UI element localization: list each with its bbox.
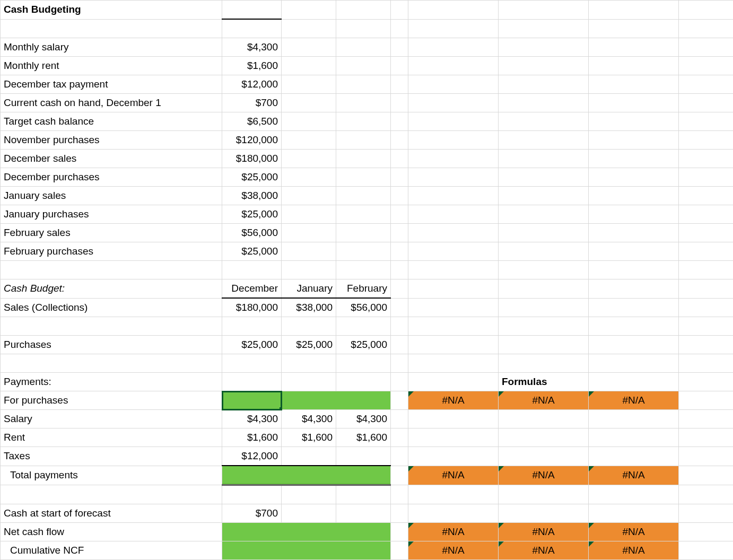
cell[interactable] [336, 485, 391, 504]
cell[interactable] [282, 317, 336, 336]
cell[interactable] [408, 38, 499, 57]
label-rent[interactable]: Rent [1, 428, 222, 447]
label-purchases[interactable]: Purchases [1, 336, 222, 354]
cell[interactable] [222, 1, 282, 20]
label-dec-sales[interactable]: December sales [1, 150, 222, 168]
cell[interactable] [679, 354, 734, 373]
cell[interactable] [499, 94, 589, 112]
cncf-feb[interactable] [336, 541, 391, 560]
value-jan-purchases[interactable]: $25,000 [222, 205, 282, 224]
cell[interactable] [391, 261, 408, 279]
cell[interactable] [589, 261, 679, 279]
cell[interactable] [679, 224, 734, 242]
cell[interactable] [282, 261, 336, 279]
cell[interactable] [282, 19, 336, 38]
cell[interactable] [589, 504, 679, 523]
cell[interactable] [679, 298, 734, 317]
month-dec[interactable]: December [222, 279, 282, 299]
cell[interactable] [408, 410, 499, 428]
cell[interactable] [589, 168, 679, 187]
cell[interactable] [679, 279, 734, 299]
formula-total-payments-2[interactable]: #N/A [499, 466, 589, 485]
formula-ncf-1[interactable]: #N/A [408, 523, 499, 541]
cell[interactable] [408, 485, 499, 504]
grid[interactable]: Cash Budgeting Monthly salary $4,300 Mon… [0, 0, 733, 560]
value-dec-sales[interactable]: $180,000 [222, 150, 282, 168]
cell[interactable] [679, 242, 734, 261]
cncf-jan[interactable] [282, 541, 336, 560]
cell[interactable] [679, 373, 734, 391]
purch-feb[interactable]: $25,000 [336, 336, 391, 354]
sales-dec[interactable]: $180,000 [222, 298, 282, 317]
cell[interactable] [589, 94, 679, 112]
cell[interactable] [336, 75, 391, 94]
value-monthly-salary[interactable]: $4,300 [222, 38, 282, 57]
cell[interactable] [589, 224, 679, 242]
label-december-tax[interactable]: December tax payment [1, 75, 222, 94]
cell[interactable] [391, 75, 408, 94]
label-feb-sales[interactable]: February sales [1, 224, 222, 242]
cell[interactable] [499, 261, 589, 279]
cell[interactable] [391, 428, 408, 447]
cell[interactable] [679, 150, 734, 168]
rent-jan[interactable]: $1,600 [282, 428, 336, 447]
payments-heading[interactable]: Payments: [1, 373, 222, 391]
cell[interactable] [408, 131, 499, 150]
cell[interactable] [336, 261, 391, 279]
cell[interactable] [499, 317, 589, 336]
cell[interactable] [336, 94, 391, 112]
cell[interactable] [408, 187, 499, 205]
sales-feb[interactable]: $56,000 [336, 298, 391, 317]
cell[interactable] [391, 336, 408, 354]
cell[interactable] [408, 447, 499, 466]
total-payments-feb[interactable] [336, 466, 391, 485]
cell[interactable] [282, 242, 336, 261]
cell[interactable] [336, 168, 391, 187]
cell[interactable] [282, 75, 336, 94]
cell[interactable] [499, 485, 589, 504]
label-target-cash[interactable]: Target cash balance [1, 112, 222, 131]
cell[interactable] [282, 205, 336, 224]
page-title[interactable]: Cash Budgeting [1, 1, 222, 20]
cell[interactable] [589, 279, 679, 299]
formula-ncf-2[interactable]: #N/A [499, 523, 589, 541]
month-feb[interactable]: February [336, 279, 391, 299]
cell[interactable] [499, 447, 589, 466]
cell[interactable] [282, 485, 336, 504]
cell[interactable] [408, 504, 499, 523]
cell[interactable] [1, 19, 222, 38]
cell[interactable] [408, 373, 499, 391]
cell[interactable] [589, 242, 679, 261]
label-ncf[interactable]: Net cash flow [1, 523, 222, 541]
value-december-tax[interactable]: $12,000 [222, 75, 282, 94]
cell[interactable] [499, 336, 589, 354]
cell[interactable] [679, 523, 734, 541]
value-cash-on-hand[interactable]: $700 [222, 94, 282, 112]
label-cash-on-hand[interactable]: Current cash on hand, December 1 [1, 94, 222, 112]
cell[interactable] [499, 187, 589, 205]
formula-cncf-2[interactable]: #N/A [499, 541, 589, 560]
rent-dec[interactable]: $1,600 [222, 428, 282, 447]
formula-total-payments-1[interactable]: #N/A [408, 466, 499, 485]
cell[interactable] [499, 354, 589, 373]
cell[interactable] [391, 391, 408, 410]
cell[interactable] [679, 541, 734, 560]
formula-total-payments-3[interactable]: #N/A [589, 466, 679, 485]
label-jan-purchases[interactable]: January purchases [1, 205, 222, 224]
cell[interactable] [391, 168, 408, 187]
cell[interactable] [499, 38, 589, 57]
cell[interactable] [391, 242, 408, 261]
cell[interactable] [408, 224, 499, 242]
label-monthly-salary[interactable]: Monthly salary [1, 38, 222, 57]
formula-cncf-1[interactable]: #N/A [408, 541, 499, 560]
cell[interactable] [391, 466, 408, 485]
cell[interactable] [1, 354, 222, 373]
cell[interactable] [222, 261, 282, 279]
cell[interactable] [336, 57, 391, 75]
cell[interactable] [336, 131, 391, 150]
cell[interactable] [589, 485, 679, 504]
cell[interactable] [589, 317, 679, 336]
label-cncf[interactable]: Cumulative NCF [1, 541, 222, 560]
cell[interactable] [499, 57, 589, 75]
cell[interactable] [336, 373, 391, 391]
